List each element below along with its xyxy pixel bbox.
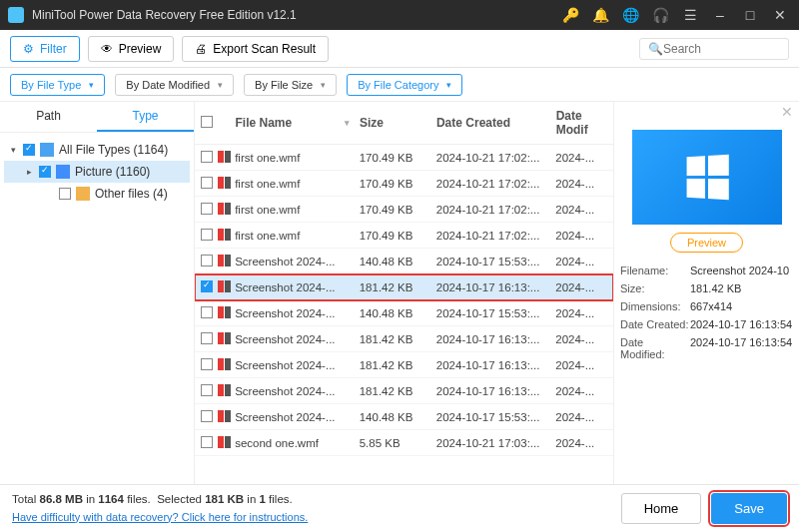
table-row[interactable]: Screenshot 2024-...181.42 KB2024-10-17 1… (195, 352, 613, 378)
file-icon (218, 305, 232, 319)
col-datemodified[interactable]: Date Modif (556, 109, 607, 137)
search-icon: 🔍 (648, 42, 663, 56)
table-row[interactable]: first one.wmf170.49 KB2024-10-21 17:02:.… (195, 197, 613, 223)
menu-icon[interactable]: ☰ (679, 7, 701, 23)
app-logo (8, 7, 24, 23)
filter-button[interactable]: ⚙Filter (10, 36, 80, 62)
cell-mod: 2024-... (555, 359, 607, 371)
table-row[interactable]: first one.wmf170.49 KB2024-10-21 17:02:.… (195, 145, 613, 171)
bell-icon[interactable]: 🔔 (589, 7, 611, 23)
checkbox[interactable] (23, 144, 35, 156)
table-row[interactable]: first one.wmf170.49 KB2024-10-21 17:02:.… (195, 171, 613, 197)
close-preview-icon[interactable]: ✕ (781, 104, 793, 120)
monitor-icon (40, 143, 54, 157)
table-row[interactable]: Screenshot 2024-...140.48 KB2024-10-17 1… (195, 404, 613, 430)
cell-mod: 2024-... (555, 437, 607, 449)
cell-size: 170.49 KB (360, 204, 436, 216)
col-size[interactable]: Size (360, 116, 436, 130)
search-input[interactable]: 🔍 (639, 38, 789, 60)
table-row[interactable]: first one.wmf170.49 KB2024-10-21 17:02:.… (195, 223, 613, 249)
file-icon (218, 357, 232, 371)
row-checkbox[interactable] (201, 384, 213, 396)
row-checkbox[interactable] (201, 436, 213, 448)
minimize-icon[interactable]: – (709, 7, 731, 23)
cell-date: 2024-10-21 17:02:... (436, 178, 555, 190)
tab-path[interactable]: Path (0, 102, 97, 132)
home-button[interactable]: Home (621, 493, 702, 524)
cell-filename: Screenshot 2024-... (233, 333, 344, 345)
open-preview-button[interactable]: Preview (670, 233, 743, 253)
cell-mod: 2024-... (555, 385, 607, 397)
row-checkbox[interactable] (201, 255, 213, 266)
tab-type[interactable]: Type (97, 102, 194, 132)
search-field[interactable] (663, 42, 780, 56)
cell-size: 181.42 KB (360, 333, 436, 345)
list-body[interactable]: first one.wmf170.49 KB2024-10-21 17:02:.… (195, 145, 613, 484)
cell-filename: Screenshot 2024-... (233, 411, 344, 423)
row-checkbox[interactable] (201, 410, 213, 422)
cell-size: 181.42 KB (360, 385, 436, 397)
export-button[interactable]: 🖨Export Scan Result (182, 36, 329, 62)
row-checkbox[interactable] (201, 358, 213, 370)
checkbox[interactable] (59, 188, 71, 200)
col-filename[interactable]: File Name (234, 116, 345, 130)
cell-size: 140.48 KB (360, 411, 436, 423)
row-checkbox[interactable] (201, 203, 213, 215)
cell-mod: 2024-... (555, 152, 607, 164)
preview-panel: ✕ Preview Filename:Screenshot 2024-10 Si… (614, 102, 799, 484)
cell-filename: second one.wmf (233, 437, 344, 449)
table-row[interactable]: Screenshot 2024-...140.48 KB2024-10-17 1… (195, 249, 613, 274)
cell-mod: 2024-... (555, 178, 607, 190)
close-icon[interactable]: ✕ (769, 7, 791, 23)
row-checkbox[interactable] (201, 229, 213, 241)
row-checkbox[interactable] (201, 151, 213, 163)
key-icon[interactable]: 🔑 (559, 7, 581, 23)
checkbox[interactable] (39, 166, 51, 178)
table-row[interactable]: second one.wmf5.85 KB2024-10-21 17:03:..… (195, 430, 613, 456)
file-icon (218, 254, 232, 267)
file-icon (218, 228, 232, 242)
row-checkbox[interactable] (201, 332, 213, 344)
sort-icon[interactable]: ▾ (345, 118, 350, 128)
select-all-checkbox[interactable] (201, 116, 213, 128)
filter-datemodified[interactable]: By Date Modified▾ (115, 74, 234, 96)
help-link[interactable]: Have difficulty with data recovery? Clic… (12, 511, 308, 523)
table-row[interactable]: Screenshot 2024-...181.42 KB2024-10-17 1… (195, 378, 613, 404)
globe-icon[interactable]: 🌐 (619, 7, 641, 23)
filter-filesize[interactable]: By File Size▾ (244, 74, 337, 96)
row-checkbox[interactable] (201, 306, 213, 318)
chevron-down-icon: ▾ (218, 80, 223, 90)
thumbnail (632, 130, 782, 225)
windows-logo-icon (687, 155, 729, 201)
cell-filename: Screenshot 2024-... (233, 359, 344, 371)
status-text: Total 86.8 MB in 1164 files. Selected 18… (12, 491, 308, 508)
save-button[interactable]: Save (711, 493, 787, 524)
cell-date: 2024-10-17 16:13:... (436, 385, 555, 397)
cell-date: 2024-10-17 15:53:... (436, 256, 555, 267)
filter-filecategory[interactable]: By File Category▾ (347, 74, 462, 96)
tree-all-types[interactable]: ▾ All File Types (1164) (4, 139, 190, 161)
titlebar: MiniTool Power Data Recovery Free Editio… (0, 0, 799, 30)
cell-date: 2024-10-21 17:02:... (436, 152, 555, 164)
headset-icon[interactable]: 🎧 (649, 7, 671, 23)
row-checkbox[interactable] (201, 177, 213, 189)
table-row[interactable]: Screenshot 2024-...140.48 KB2024-10-17 1… (195, 300, 613, 326)
preview-button[interactable]: 👁Preview (88, 36, 175, 62)
table-row[interactable]: Screenshot 2024-...181.42 KB2024-10-17 1… (195, 274, 613, 300)
tree-other[interactable]: Other files (4) (4, 183, 190, 205)
cell-size: 170.49 KB (360, 178, 436, 190)
cell-mod: 2024-... (555, 333, 607, 345)
file-icon (218, 409, 232, 423)
cell-filename: first one.wmf (233, 152, 344, 164)
cell-size: 5.85 KB (360, 437, 436, 449)
table-row[interactable]: Screenshot 2024-...181.42 KB2024-10-17 1… (195, 326, 613, 352)
cell-mod: 2024-... (555, 230, 607, 242)
file-icon (218, 279, 232, 293)
filter-filetype[interactable]: By File Type▾ (10, 74, 105, 96)
tree-picture[interactable]: ▸ Picture (1160) (4, 161, 190, 183)
chevron-down-icon: ▾ (89, 80, 94, 90)
cell-filename: Screenshot 2024-... (233, 281, 344, 293)
col-datecreated[interactable]: Date Created (436, 116, 556, 130)
maximize-icon[interactable]: □ (739, 7, 761, 23)
row-checkbox[interactable] (201, 280, 213, 292)
